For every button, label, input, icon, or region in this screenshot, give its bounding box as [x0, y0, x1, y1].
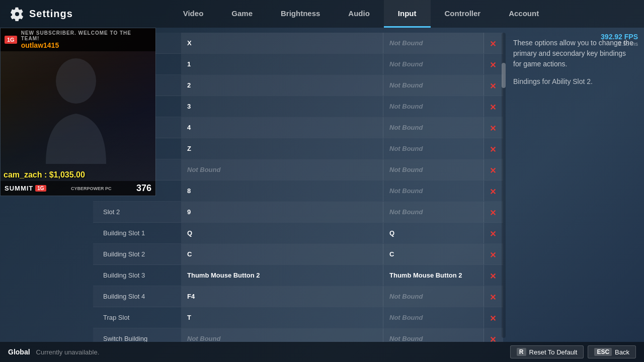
subscriber-bar: 1G NEW SUBSCRIBER. WELCOME TO THE TEAM! … — [1, 28, 155, 51]
close-icon: ✕ — [490, 293, 498, 301]
primary-key-binding[interactable]: 2 — [181, 75, 383, 96]
status-text: Currently unavailable. — [36, 348, 504, 356]
cam-score: 376 — [136, 183, 151, 194]
clear-binding-button[interactable]: ✕ — [484, 307, 503, 328]
primary-key-binding[interactable]: 8 — [181, 180, 383, 201]
tab-controller[interactable]: Controller — [431, 0, 495, 28]
binding-label: Building Slot 1 — [93, 229, 181, 237]
primary-key-binding[interactable]: X — [181, 33, 383, 53]
svg-point-0 — [56, 58, 96, 104]
close-icon: ✕ — [490, 145, 498, 153]
primary-key-binding[interactable]: 3 — [181, 96, 383, 117]
clear-binding-button[interactable]: ✕ — [484, 202, 503, 222]
table-row: Building Slot 2 C C ✕ — [93, 244, 503, 265]
reset-to-default-button[interactable]: R Reset To Default — [510, 345, 584, 358]
clear-binding-button[interactable]: ✕ — [484, 33, 503, 53]
secondary-key-binding[interactable]: Not Bound — [383, 75, 484, 96]
binding-label: Building Slot 4 — [93, 293, 181, 300]
close-icon: ✕ — [490, 314, 498, 322]
close-icon: ✕ — [490, 272, 498, 280]
primary-key-binding[interactable]: Not Bound — [181, 328, 383, 342]
clear-binding-button[interactable]: ✕ — [484, 75, 503, 96]
binding-label: Switch Building — [93, 335, 181, 342]
table-row: Switch Building Not Bound Not Bound ✕ — [93, 328, 503, 342]
close-icon: ✕ — [490, 335, 498, 342]
tab-game[interactable]: Game — [217, 0, 267, 28]
secondary-key-binding[interactable]: Not Bound — [383, 96, 484, 117]
secondary-key-binding[interactable]: Not Bound — [383, 138, 484, 159]
primary-key-binding[interactable]: 1 — [181, 54, 383, 74]
clear-binding-button[interactable]: ✕ — [484, 54, 503, 74]
close-icon: ✕ — [490, 81, 498, 89]
table-row: Trap Slot T Not Bound ✕ — [93, 307, 503, 328]
info-binding-desc: Bindings for Ability Slot 2. — [513, 77, 634, 85]
secondary-key-binding[interactable]: Not Bound — [383, 159, 484, 180]
secondary-key-binding[interactable]: Not Bound — [383, 286, 484, 307]
secondary-key-binding[interactable]: Not Bound — [383, 54, 484, 74]
settings-gear-icon — [10, 7, 24, 21]
clear-binding-button[interactable]: ✕ — [484, 96, 503, 117]
secondary-key-binding[interactable]: Not Bound — [383, 202, 484, 222]
secondary-key-binding[interactable]: Not Bound — [383, 307, 484, 328]
subscriber-username: outlaw1415 — [21, 41, 151, 49]
clear-binding-button[interactable]: ✕ — [484, 180, 503, 201]
secondary-key-binding[interactable]: C — [383, 244, 484, 264]
close-icon: ✕ — [490, 187, 498, 195]
primary-key-binding[interactable]: Z — [181, 138, 383, 159]
secondary-key-binding[interactable]: Q — [383, 223, 484, 243]
tab-brightness[interactable]: Brightness — [267, 0, 334, 28]
scroll-thumb[interactable] — [502, 63, 506, 88]
reset-key: R — [517, 348, 526, 356]
close-icon: ✕ — [490, 60, 498, 68]
clear-binding-button[interactable]: ✕ — [484, 328, 503, 342]
info-panel: These options allow you to change the pr… — [503, 28, 644, 342]
primary-key-binding[interactable]: F4 — [181, 286, 383, 307]
clear-binding-button[interactable]: ✕ — [484, 138, 503, 159]
back-button[interactable]: ESC Back — [588, 345, 636, 358]
secondary-key-binding[interactable]: Not Bound — [383, 117, 484, 138]
fps-value: 392.92 FPS — [601, 33, 638, 41]
subscriber-text: NEW SUBSCRIBER. WELCOME TO THE TEAM! — [21, 30, 151, 41]
clear-binding-button[interactable]: ✕ — [484, 117, 503, 138]
primary-key-binding[interactable]: 9 — [181, 202, 383, 222]
secondary-key-binding[interactable]: Thumb Mouse Button 2 — [383, 265, 484, 286]
clear-binding-button[interactable]: ✕ — [484, 223, 503, 243]
close-icon: ✕ — [490, 229, 498, 237]
secondary-key-binding[interactable]: Not Bound — [383, 33, 484, 53]
close-icon: ✕ — [490, 39, 498, 47]
tab-account[interactable]: Account — [495, 0, 553, 28]
clear-binding-button[interactable]: ✕ — [484, 244, 503, 264]
global-label: Global — [8, 348, 30, 356]
back-label: Back — [615, 348, 629, 356]
secondary-key-binding[interactable]: Not Bound — [383, 328, 484, 342]
back-key: ESC — [594, 348, 612, 356]
binding-label: Building Slot 3 — [93, 272, 181, 279]
secondary-key-binding[interactable]: Not Bound — [383, 180, 484, 201]
clear-binding-button[interactable]: ✕ — [484, 265, 503, 286]
tab-video[interactable]: Video — [169, 0, 218, 28]
clear-binding-button[interactable]: ✕ — [484, 286, 503, 307]
top-navigation: Settings Video Game Brightness Audio Inp… — [0, 0, 644, 28]
badge-1g: 1G — [35, 185, 46, 192]
tab-audio[interactable]: Audio — [334, 0, 384, 28]
table-row: Building Slot 4 F4 Not Bound ✕ — [93, 286, 503, 307]
primary-key-binding[interactable]: C — [181, 244, 383, 264]
brand-logo: Settings — [10, 7, 73, 21]
webcam-bottom-bar: SUMMIT 1G CYBERPOWER PC 376 — [1, 181, 155, 196]
primary-key-binding[interactable]: Q — [181, 223, 383, 243]
bottom-bar: Global Currently unavailable. R Reset To… — [0, 342, 644, 362]
table-row: Slot 2 9 Not Bound ✕ — [93, 202, 503, 223]
primary-key-binding[interactable]: 4 — [181, 117, 383, 138]
bottom-buttons: R Reset To Default ESC Back — [510, 345, 636, 358]
primary-key-binding[interactable]: Not Bound — [181, 159, 383, 180]
primary-key-binding[interactable]: Thumb Mouse Button 2 — [181, 265, 383, 286]
scroll-track[interactable] — [502, 33, 506, 338]
close-icon: ✕ — [490, 208, 498, 216]
close-icon: ✕ — [490, 124, 498, 132]
tab-input[interactable]: Input — [384, 0, 431, 28]
summit-label: SUMMIT — [5, 185, 33, 192]
clear-binding-button[interactable]: ✕ — [484, 159, 503, 180]
binding-label: Building Slot 2 — [93, 250, 181, 258]
primary-key-binding[interactable]: T — [181, 307, 383, 328]
table-row: Building Slot 1 Q Q ✕ — [93, 223, 503, 244]
